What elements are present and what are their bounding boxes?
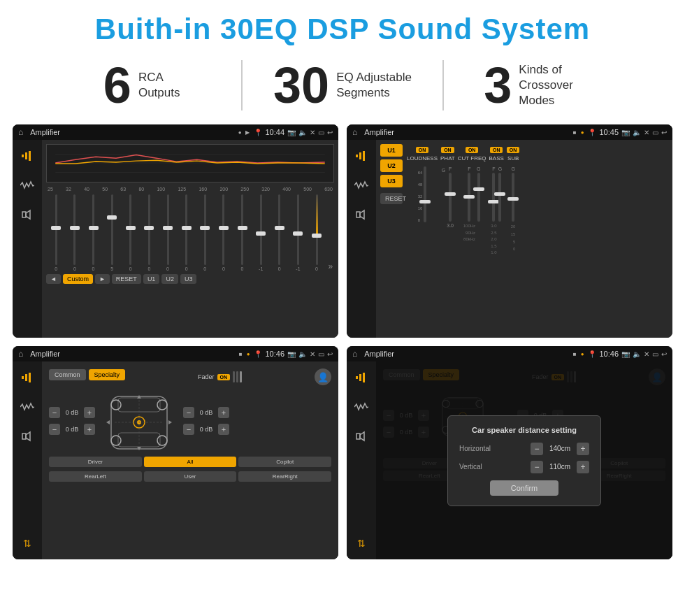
copilot-btn[interactable]: Copilot [238,457,331,467]
location-icon-2: 📍 [588,129,596,136]
crossover-screen-title: Amplifier [364,128,569,136]
distance-side-icon-wave[interactable] [351,396,372,417]
eq-slider-15[interactable]: 0 [308,194,326,271]
eq-slider-5[interactable]: 0 [122,194,140,271]
svg-marker-12 [360,210,364,219]
crossover-side-icon-wave[interactable] [351,175,372,196]
bass-on-badge: ON [490,147,503,153]
bass-slider-f[interactable] [492,173,495,222]
confirm-button[interactable]: Confirm [490,480,559,496]
eq-slider-1[interactable]: 0 [48,194,65,271]
horizontal-minus-btn[interactable]: − [531,443,543,455]
fader-side-icon-tuner[interactable] [17,367,38,388]
rearright-btn[interactable]: RearRight [238,471,331,482]
horizontal-plus-btn[interactable]: + [577,443,589,455]
eq-slider-8[interactable]: 0 [178,194,195,271]
eq-side-icon-speaker[interactable] [17,204,38,225]
home-icon-4[interactable]: ⌂ [352,349,357,359]
eq-slider-7[interactable]: 0 [159,194,177,271]
vol-rear-right-plus[interactable]: + [218,424,229,435]
fader-screen-content: ⇅ Common Specialty Fader ON [13,361,338,559]
eq-slider-3[interactable]: 0 [85,194,102,271]
svg-rect-1 [25,152,27,159]
vol-front-right-minus[interactable]: − [183,407,194,418]
fader-side-icon-arrows[interactable]: ⇅ [17,533,38,554]
eq-slider-13[interactable]: 0 [271,194,289,271]
fader-side-icon-speaker[interactable] [17,426,38,447]
eq-side-icon-wave[interactable] [17,175,38,196]
eq-play-btn[interactable]: ► [95,274,110,284]
distance-side-icon-speaker[interactable] [351,426,372,447]
vertical-plus-btn[interactable]: + [577,461,589,473]
vertical-minus-btn[interactable]: − [531,461,543,473]
car-diagram [101,389,178,452]
eq-side-icon-tuner[interactable] [17,145,38,166]
eq-slider-11[interactable]: 0 [233,194,251,271]
stat-eq: 30 EQ AdjustableSegments [241,60,442,110]
crossover-status-icons: 📍 10:45 📷 🔈 ✕ ▭ ↩ [588,128,667,136]
vol-front-left-minus[interactable]: − [49,407,60,418]
distance-side-icon-tuner[interactable] [351,367,372,388]
crossover-reset-btn[interactable]: RESET [380,193,403,204]
home-icon-3[interactable]: ⌂ [18,349,23,359]
eq-slider-14[interactable]: -1 [289,194,307,271]
eq-slider-4[interactable]: 5 [103,194,121,271]
eq-custom-btn[interactable]: Custom [63,274,93,284]
mode-tab-specialty[interactable]: Specialty [89,369,126,380]
vol-rear-right-value: 0 dB [196,426,216,433]
user-btn[interactable]: User [144,471,237,482]
svg-marker-29 [106,420,110,424]
cutfreq-slider-f[interactable] [468,173,470,222]
bass-slider-g[interactable] [498,173,501,222]
phat-slider[interactable] [449,173,452,222]
eq-slider-2[interactable]: 0 [66,194,84,271]
mode-tab-common[interactable]: Common [49,369,86,380]
vol-front-right-plus[interactable]: + [218,407,229,418]
home-icon[interactable]: ⌂ [18,127,23,137]
stats-row: 6 RCAOutputs 30 EQ AdjustableSegments 3 … [0,53,685,120]
bass-label: BASS [489,155,504,162]
svg-marker-4 [26,210,30,219]
eq-prev-btn[interactable]: ◄ [46,274,61,284]
vol-rear-left-minus[interactable]: − [49,424,60,435]
eq-u1-btn[interactable]: U1 [143,274,160,284]
vol-front-left-plus[interactable]: + [84,407,95,418]
svg-marker-30 [168,420,172,424]
fader-bottom-buttons: Driver All Copilot [49,457,331,467]
all-btn[interactable]: All [144,457,237,467]
sub-label: SUB [507,155,519,162]
x-icon-4: ✕ [644,350,649,358]
driver-btn[interactable]: Driver [49,457,142,467]
eq-time: 10:44 [265,128,284,136]
volume-icon: 🔈 [298,129,307,136]
vol-rear-left-plus[interactable]: + [84,424,95,435]
eq-slider-9[interactable]: 0 [196,194,214,271]
distance-side-icon-arrows[interactable]: ⇅ [351,533,372,554]
eq-slider-10[interactable]: 0 [215,194,233,271]
fader-main-area: Common Specialty Fader ON [42,361,338,559]
stat-crossover: 3 Kinds ofCrossover Modes [442,60,643,110]
eq-u3-btn[interactable]: U3 [180,274,197,284]
rearleft-btn[interactable]: RearLeft [49,471,142,482]
sub-slider[interactable] [512,173,514,222]
preset-u3-btn[interactable]: U3 [380,175,403,187]
fader-side-icon-wave[interactable] [17,396,38,417]
crossover-side-icon-speaker[interactable] [351,204,372,225]
crossover-status-bar: ⌂ Amplifier ■ ● 📍 10:45 📷 🔈 ✕ ▭ ↩ [347,124,672,140]
eq-reset-btn[interactable]: RESET [112,274,141,284]
window-icon: ▭ [318,129,324,136]
cutfreq-slider-g[interactable] [477,173,480,222]
user-icon[interactable]: 👤 [315,368,331,385]
preset-u1-btn[interactable]: U1 [380,144,403,157]
loudness-slider[interactable] [424,166,426,222]
fader-status-icons: 📍 10:46 📷 🔈 ✕ ▭ ↩ [254,350,333,358]
eq-u2-btn[interactable]: U2 [161,274,178,284]
preset-u2-btn[interactable]: U2 [380,159,403,172]
expand-icon[interactable]: » [328,262,333,271]
crossover-side-icon-tuner[interactable] [351,145,372,166]
eq-slider-6[interactable]: 0 [140,194,158,271]
back-icon-4: ↩ [661,350,667,358]
home-icon-2[interactable]: ⌂ [352,127,357,137]
vol-rear-right-minus[interactable]: − [183,424,194,435]
eq-slider-12[interactable]: -1 [252,194,270,271]
